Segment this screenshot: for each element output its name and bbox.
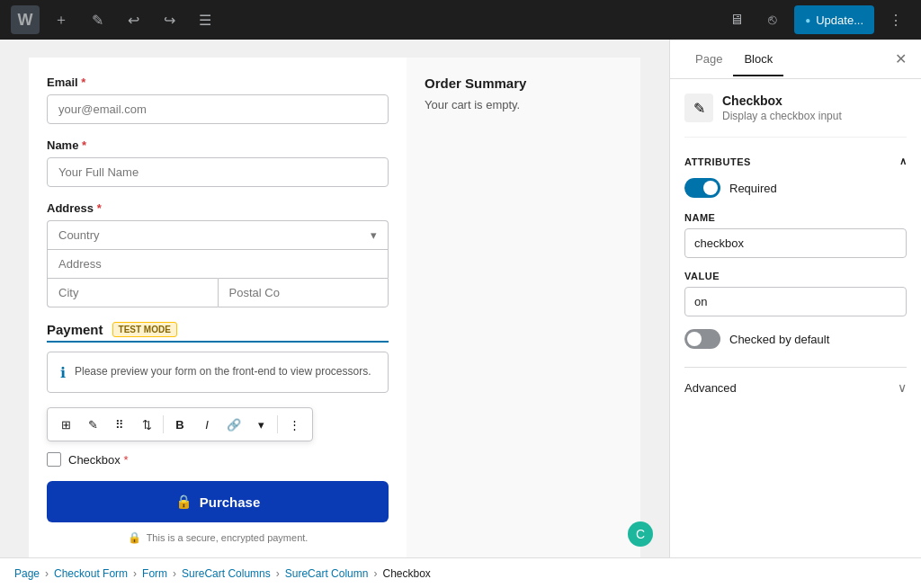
advanced-label: Advanced (684, 381, 737, 395)
block-info-text: Checkbox Display a checkbox input (722, 94, 842, 122)
block-edit-button[interactable]: ✎ (80, 412, 105, 437)
toolbar-sep-2 (277, 415, 278, 433)
payment-header: Payment Test Mode (47, 322, 389, 337)
email-input[interactable] (47, 94, 389, 124)
page-canvas: Email * Name * Address (29, 58, 640, 557)
wp-logo-button[interactable]: W (11, 5, 40, 34)
breadcrumb-surecart-column[interactable]: SureCart Column (285, 567, 369, 580)
secure-icon: 🔒 (128, 531, 141, 544)
breadcrumb-sep-3: › (276, 567, 280, 580)
city-input[interactable]: City (47, 278, 218, 307)
bold-button[interactable]: B (167, 412, 192, 437)
external-link-icon: ⎋ (768, 12, 777, 28)
breadcrumb-surecart-columns[interactable]: SureCart Columns (182, 567, 271, 580)
address-label: Address * (47, 201, 389, 215)
add-icon: ＋ (54, 11, 68, 30)
toolbar-right: 🖥 ⎋ ● Update... ⋮ (722, 5, 910, 34)
attributes-chevron-icon: ∧ (899, 156, 908, 167)
undo-button[interactable]: ↩ (119, 5, 148, 34)
address-section: Address * Country ▾ Address (47, 201, 389, 307)
teal-action-icon: C (636, 527, 645, 541)
sidebar-body: ✎ Checkbox Display a checkbox input Attr… (670, 79, 921, 557)
list-view-button[interactable]: ☰ (191, 5, 219, 34)
payment-divider (47, 341, 389, 343)
breadcrumb-page[interactable]: Page (14, 567, 40, 580)
advanced-chevron-icon: ∨ (898, 380, 907, 395)
toolbar-left: W ＋ ✎ ↩ ↪ ☰ (11, 5, 219, 34)
more-text-options-button[interactable]: ▾ (248, 412, 273, 437)
country-select[interactable]: Country ▾ (47, 220, 389, 249)
breadcrumb-sep-0: › (45, 567, 49, 580)
order-summary-title: Order Summary (425, 76, 622, 91)
add-block-button[interactable]: ＋ (47, 5, 76, 34)
redo-icon: ↪ (164, 12, 175, 29)
tab-page[interactable]: Page (684, 43, 733, 76)
kebab-icon: ⋮ (889, 12, 903, 29)
purchase-label: Purchase (200, 494, 261, 510)
canvas-area: Email * Name * Address (0, 40, 669, 557)
link-button[interactable]: 🔗 (221, 412, 246, 437)
block-drag-button[interactable]: ⠿ (107, 412, 132, 437)
address-street-placeholder: Address (58, 257, 102, 271)
test-mode-badge: Test Mode (112, 322, 177, 337)
postal-placeholder: Postal Co (229, 286, 280, 299)
block-name-label: Checkbox (722, 94, 842, 108)
update-label: Update... (816, 13, 863, 27)
attributes-title: Attributes (684, 156, 751, 167)
name-field-label: NAME (684, 212, 907, 223)
required-toggle-label: Required (729, 182, 777, 195)
teal-action-button[interactable]: C (628, 521, 653, 547)
list-icon: ☰ (199, 12, 211, 29)
block-icon-button[interactable]: ⊞ (53, 412, 78, 437)
name-input[interactable] (47, 157, 389, 187)
value-field-input[interactable] (684, 287, 907, 316)
purchase-button[interactable]: 🔒 Purchase (47, 481, 389, 522)
name-section: Name * (47, 138, 389, 187)
block-info: ✎ Checkbox Display a checkbox input (684, 94, 907, 138)
toggle-thumb (703, 181, 718, 195)
main-area: Email * Name * Address (0, 40, 921, 557)
sidebar-close-button[interactable]: ✕ (895, 50, 907, 67)
value-field-group: VALUE (684, 271, 907, 316)
undo-icon: ↩ (128, 12, 139, 29)
toolbar-sep-1 (163, 415, 164, 433)
name-field-input[interactable] (684, 228, 907, 258)
pencil-icon: ✎ (693, 100, 705, 117)
breadcrumb-sep-2: › (173, 567, 176, 580)
required-toggle[interactable] (684, 178, 720, 198)
name-required-star: * (82, 138, 86, 152)
attributes-header: Attributes ∧ (684, 156, 907, 167)
checked-default-toggle[interactable] (684, 329, 720, 349)
kebab-menu-button[interactable]: ⋮ (881, 5, 910, 34)
breadcrumb-bar: Page › Checkout Form › Form › SureCart C… (0, 557, 921, 588)
breadcrumb-form[interactable]: Form (142, 567, 167, 580)
advanced-section: Advanced ∨ (684, 367, 907, 395)
lock-icon: 🔒 (175, 494, 192, 510)
postal-input[interactable]: Postal Co (218, 278, 389, 307)
advanced-header[interactable]: Advanced ∨ (684, 380, 907, 395)
italic-button[interactable]: I (194, 412, 219, 437)
close-icon: ✕ (895, 51, 907, 67)
secure-text: This is a secure, encrypted payment. (147, 532, 308, 543)
block-options-button[interactable]: ⋮ (282, 412, 307, 437)
block-move-button[interactable]: ⇅ (134, 412, 159, 437)
tab-block[interactable]: Block (733, 43, 783, 76)
address-group: Country ▾ Address City Postal Co (47, 220, 389, 307)
email-label: Email * (47, 76, 389, 89)
breadcrumb-checkout-form[interactable]: Checkout Form (54, 567, 128, 580)
form-panel: Email * Name * Address (29, 58, 407, 557)
checkbox-input[interactable] (47, 452, 61, 467)
external-link-button[interactable]: ⎋ (758, 5, 787, 34)
redo-button[interactable]: ↪ (155, 5, 183, 34)
secure-payment-text: 🔒 This is a secure, encrypted payment. (47, 531, 389, 544)
country-placeholder: Country (58, 228, 100, 242)
update-button[interactable]: ● Update... (794, 5, 874, 34)
breadcrumb-sep-4: › (373, 567, 377, 580)
brush-tool-button[interactable]: ✎ (83, 5, 112, 34)
address-street-input[interactable]: Address (47, 249, 389, 278)
name-field-group: NAME (684, 212, 907, 258)
checkbox-label: Checkbox * (68, 453, 129, 467)
brush-icon: ✎ (92, 12, 103, 29)
block-desc-label: Display a checkbox input (722, 110, 842, 122)
preview-button[interactable]: 🖥 (722, 5, 751, 34)
